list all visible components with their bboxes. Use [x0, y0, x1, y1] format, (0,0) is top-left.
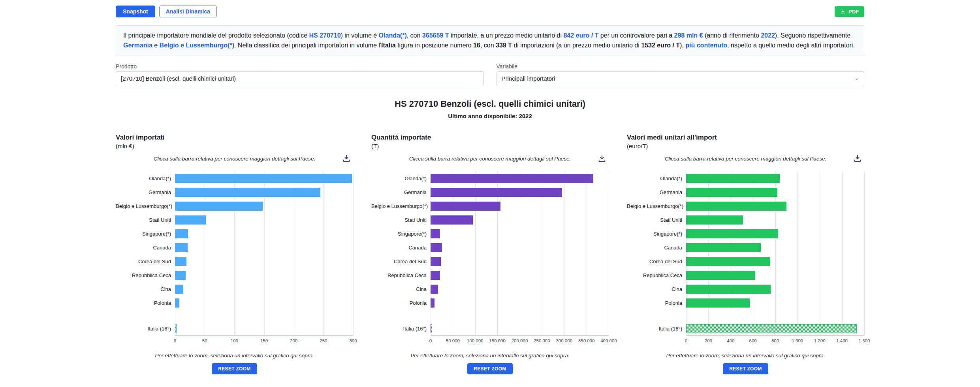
bar-corea-del-sud[interactable] [431, 257, 441, 266]
summary-text: ) in volume è [341, 32, 379, 39]
bar-row: Repubblica Ceca [116, 268, 353, 282]
bar-polonia[interactable] [686, 298, 750, 308]
page-container: Snapshot Analisi Dinamica PDF Il princip… [116, 0, 864, 374]
summary-highlight[interactable]: Olanda(*) [379, 32, 407, 39]
bar-track [175, 298, 353, 308]
bar-polonia[interactable] [175, 298, 179, 308]
summary-highlight[interactable]: Belgio e Lussemburgo(*) [160, 42, 234, 49]
bar-canada[interactable] [686, 243, 761, 252]
bar-repubblica-ceca[interactable] [431, 271, 440, 280]
chart-unit: (euro/T) [627, 143, 864, 149]
summary-highlight[interactable]: 365659 T [422, 32, 449, 39]
chart-title: Quantità importate [371, 134, 609, 142]
summary-highlight[interactable]: più contenuto [685, 42, 727, 49]
summary-highlight[interactable]: 2022 [761, 32, 775, 39]
bar-germania[interactable] [686, 188, 777, 197]
x-tick-label: 250 [320, 338, 327, 343]
summary-highlight[interactable]: 842 euro / T [563, 32, 598, 39]
bar-row: Cina [116, 282, 353, 296]
bar-row: Germania [627, 185, 864, 199]
category-label: Olanda(*) [627, 176, 686, 181]
bar-row: Germania [371, 185, 609, 199]
bar-belgio-e-lussemburgo[interactable] [175, 202, 263, 211]
bar-corea-del-sud[interactable] [686, 257, 770, 266]
bar-track [686, 324, 864, 333]
download-chart-icon[interactable] [598, 154, 606, 164]
bar-stati-uniti[interactable] [686, 215, 743, 225]
reset-zoom-button[interactable]: RESET ZOOM [723, 363, 768, 374]
bar-olanda[interactable] [686, 174, 780, 183]
reset-zoom-button[interactable]: RESET ZOOM [212, 363, 257, 374]
bar-cina[interactable] [686, 285, 771, 294]
pdf-download-button[interactable]: PDF [835, 6, 864, 17]
chart-unit: (T) [371, 143, 609, 149]
download-chart-icon[interactable] [342, 154, 351, 164]
download-icon [840, 9, 846, 14]
product-input[interactable] [116, 71, 484, 86]
grid-line [609, 172, 609, 335]
bar-row: Polonia [627, 296, 864, 310]
bar-olanda[interactable] [431, 174, 593, 183]
section-title: HS 270710 Benzoli (escl. quelli chimici … [116, 99, 864, 109]
x-tick-label: 0 [429, 338, 432, 343]
plot-area: Olanda(*)GermaniaBelgio e Lussemburgo(*)… [371, 172, 609, 336]
bar-italia-16[interactable] [431, 324, 432, 333]
bar-track [431, 285, 609, 294]
bar-polonia[interactable] [431, 298, 435, 308]
download-chart-icon[interactable] [853, 154, 862, 164]
bar-row: Olanda(*) [627, 172, 864, 185]
summary-text: , con [480, 42, 496, 49]
topbar: Snapshot Analisi Dinamica PDF [116, 6, 864, 17]
bar-singapore[interactable] [686, 229, 778, 238]
bar-germania[interactable] [431, 188, 562, 197]
bar-repubblica-ceca[interactable] [175, 271, 186, 280]
bar-italia-16[interactable] [175, 324, 177, 333]
x-tick-label: 200 [290, 338, 297, 343]
bar-row: Italia (16°) [371, 322, 609, 336]
bar-belgio-e-lussemburgo[interactable] [686, 202, 786, 211]
bar-repubblica-ceca[interactable] [686, 271, 755, 280]
summary-highlight[interactable]: Germania [123, 42, 152, 49]
bar-stati-uniti[interactable] [431, 215, 473, 225]
category-label: Canada [371, 245, 431, 251]
bar-canada[interactable] [175, 243, 188, 252]
reset-zoom-button[interactable]: RESET ZOOM [467, 363, 512, 374]
category-label: Germania [371, 189, 431, 195]
bar-row: Stati Uniti [627, 213, 864, 227]
tab-analisi-dinamica-button[interactable]: Analisi Dinamica [159, 6, 217, 17]
bar-germania[interactable] [175, 188, 320, 197]
bar-belgio-e-lussemburgo[interactable] [431, 202, 500, 211]
bar-row: Polonia [371, 296, 609, 310]
x-tick-label: 150.000 [489, 338, 506, 343]
bar-cina[interactable] [175, 285, 183, 294]
bar-track [175, 257, 353, 266]
bar-row: Italia (16°) [116, 322, 353, 336]
category-label: Olanda(*) [116, 176, 175, 181]
summary-highlight[interactable]: HS 270710 [309, 32, 340, 39]
summary-highlight[interactable]: 298 mln € [674, 32, 703, 39]
bar-stati-uniti[interactable] [175, 215, 206, 225]
bar-track [686, 215, 864, 225]
bar-cina[interactable] [431, 285, 438, 294]
bar-track [431, 174, 609, 183]
bar-canada[interactable] [431, 243, 442, 252]
bar-corea-del-sud[interactable] [175, 257, 186, 266]
bar-track [686, 257, 864, 266]
bar-singapore[interactable] [175, 229, 188, 238]
x-tick-label: 300 [349, 338, 357, 343]
summary-bold: 339 T [496, 42, 512, 49]
x-axis: 050100150200250300 [175, 338, 353, 347]
bar-row: Corea del Sud [371, 255, 609, 268]
bar-olanda[interactable] [175, 174, 352, 183]
summary-text: e [152, 42, 160, 49]
bar-italia-16[interactable] [686, 324, 857, 333]
bar-singapore[interactable] [431, 229, 440, 238]
tab-snapshot-button[interactable]: Snapshot [116, 6, 155, 17]
bar-track [686, 188, 864, 197]
summary-text: per un controvalore pari a [598, 32, 674, 39]
variable-select[interactable]: Principali importatori ⌄ [497, 71, 865, 86]
bar-track [175, 215, 353, 225]
category-label: Corea del Sud [116, 259, 175, 264]
bar-row: Germania [116, 185, 353, 199]
summary-bold: 16 [473, 42, 480, 49]
